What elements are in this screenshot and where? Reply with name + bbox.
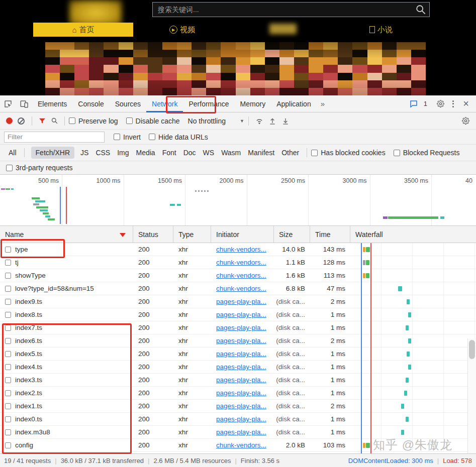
filter-type-media[interactable]: Media: [136, 149, 155, 157]
initiator-link[interactable]: chunk-vendors...: [216, 285, 266, 292]
console-drawer-icon[interactable]: [406, 95, 422, 112]
filter-type-manifest[interactable]: Manifest: [248, 149, 274, 157]
column-header-size[interactable]: Size: [274, 226, 310, 243]
clear-icon[interactable]: [18, 118, 25, 125]
row-checkbox[interactable]: [5, 325, 11, 331]
tab-application[interactable]: Application: [271, 95, 317, 112]
tab-network[interactable]: Network: [146, 95, 183, 112]
initiator-link[interactable]: pages-play-pla...: [216, 389, 266, 397]
filter-type-all[interactable]: All: [9, 149, 17, 157]
checkbox[interactable]: [149, 134, 155, 140]
column-header-status[interactable]: Status: [133, 226, 173, 243]
column-header-type[interactable]: Type: [173, 226, 211, 243]
row-checkbox[interactable]: [5, 390, 11, 396]
row-checkbox[interactable]: [5, 351, 11, 357]
network-settings-gear-icon[interactable]: [460, 112, 476, 130]
column-header-initiator[interactable]: Initiator: [211, 226, 274, 243]
initiator-link[interactable]: pages-play-pla...: [216, 428, 266, 436]
filter-type-img[interactable]: Img: [117, 149, 129, 157]
checkbox[interactable]: [311, 150, 318, 156]
tab-sources[interactable]: Sources: [110, 95, 146, 112]
close-devtools-icon[interactable]: ×: [458, 95, 474, 112]
table-row[interactable]: index4.ts 200 xhr pages-play-pla... (dis…: [0, 361, 476, 374]
checkbox[interactable]: [69, 118, 75, 124]
row-checkbox[interactable]: [5, 377, 11, 383]
nav-video-link[interactable]: ▶ 视频: [169, 23, 195, 37]
initiator-link[interactable]: pages-play-pla...: [216, 376, 266, 384]
record-button[interactable]: [6, 118, 13, 124]
tab-console[interactable]: Console: [72, 95, 109, 112]
inspect-element-icon[interactable]: [0, 95, 16, 112]
row-checkbox[interactable]: [5, 273, 11, 279]
table-row[interactable]: love?type_id=58&num=15 200 xhr chunk-ven…: [0, 282, 476, 295]
throttling-select[interactable]: No throttling ▼: [188, 117, 244, 125]
hide-data-urls-checkbox[interactable]: Hide data URLs: [149, 133, 208, 141]
filter-type-font[interactable]: Font: [162, 149, 176, 157]
initiator-link[interactable]: pages-play-pla...: [216, 363, 266, 371]
export-har-icon[interactable]: [279, 112, 292, 130]
initiator-link[interactable]: pages-play-pla...: [216, 298, 266, 305]
initiator-link[interactable]: pages-play-pla...: [216, 402, 266, 410]
network-conditions-icon[interactable]: [253, 112, 266, 130]
network-search-icon[interactable]: [48, 112, 60, 130]
column-header-waterfall[interactable]: Waterfall: [350, 226, 476, 243]
initiator-link[interactable]: pages-play-pla...: [216, 415, 266, 423]
tab-performance[interactable]: Performance: [183, 95, 234, 112]
initiator-link[interactable]: chunk-vendors...: [216, 246, 266, 253]
settings-gear-icon[interactable]: [432, 95, 448, 112]
filter-funnel-icon[interactable]: [36, 112, 48, 130]
blocked-requests-checkbox[interactable]: Blocked Requests: [394, 149, 460, 157]
filter-type-doc[interactable]: Doc: [183, 149, 196, 157]
checkbox[interactable]: [114, 134, 120, 140]
initiator-link[interactable]: chunk-vendors...: [216, 441, 266, 449]
table-row[interactable]: index3.ts 200 xhr pages-play-pla... (dis…: [0, 374, 476, 387]
nav-home-button[interactable]: ⌂ 首页: [33, 23, 133, 37]
disable-cache-checkbox[interactable]: Disable cache: [126, 117, 180, 125]
initiator-link[interactable]: chunk-vendors...: [216, 272, 266, 279]
initiator-link[interactable]: pages-play-pla...: [216, 350, 266, 358]
checkbox[interactable]: [126, 118, 133, 124]
issues-count-badge[interactable]: 1: [424, 100, 427, 107]
row-checkbox[interactable]: [5, 429, 11, 435]
row-checkbox[interactable]: [5, 247, 11, 253]
initiator-link[interactable]: pages-play-pla...: [216, 337, 266, 344]
column-header-name[interactable]: Name: [0, 226, 133, 243]
filter-input[interactable]: [4, 132, 105, 143]
scrollbar[interactable]: [467, 338, 476, 453]
table-row[interactable]: index1.ts 200 xhr pages-play-pla... (dis…: [0, 400, 476, 413]
initiator-link[interactable]: pages-play-pla...: [216, 324, 266, 331]
table-row[interactable]: showType 200 xhr chunk-vendors... 1.6 kB…: [0, 269, 476, 282]
row-checkbox[interactable]: [5, 416, 11, 422]
filter-type-fetch-xhr[interactable]: Fetch/XHR: [31, 147, 74, 159]
search-icon[interactable]: [412, 4, 429, 15]
table-row[interactable]: index7.ts 200 xhr pages-play-pla... (dis…: [0, 321, 476, 334]
tab-memory[interactable]: Memory: [235, 95, 271, 112]
table-row[interactable]: type 200 xhr chunk-vendors... 14.0 kB 14…: [0, 243, 476, 256]
filter-type-other[interactable]: Other: [281, 149, 299, 157]
initiator-link[interactable]: pages-play-pla...: [216, 311, 266, 318]
more-tabs-icon[interactable]: »: [317, 99, 329, 108]
table-row[interactable]: index2.ts 200 xhr pages-play-pla... (dis…: [0, 387, 476, 400]
row-checkbox[interactable]: [5, 364, 11, 370]
filter-type-js[interactable]: JS: [80, 149, 88, 157]
row-checkbox[interactable]: [5, 260, 11, 266]
has-blocked-cookies-checkbox[interactable]: Has blocked cookies: [311, 149, 385, 157]
row-checkbox[interactable]: [5, 286, 11, 292]
scrollbar-thumb[interactable]: [469, 340, 475, 359]
initiator-link[interactable]: chunk-vendors...: [216, 259, 266, 266]
table-row[interactable]: index9.ts 200 xhr pages-play-pla... (dis…: [0, 295, 476, 308]
invert-checkbox[interactable]: Invert: [114, 133, 141, 141]
nav-novel-link[interactable]: 小说: [369, 23, 393, 37]
row-checkbox[interactable]: [5, 442, 11, 448]
third-party-checkbox[interactable]: 3rd-party requests: [6, 164, 73, 172]
table-row[interactable]: index0.ts 200 xhr pages-play-pla... (dis…: [0, 413, 476, 426]
overview[interactable]: 500 ms1000 ms1500 ms2000 ms2500 ms3000 m…: [0, 175, 476, 226]
table-row[interactable]: index6.ts 200 xhr pages-play-pla... (dis…: [0, 334, 476, 347]
row-checkbox[interactable]: [5, 403, 11, 409]
filter-type-css[interactable]: CSS: [96, 149, 110, 157]
table-row[interactable]: index8.ts 200 xhr pages-play-pla... (dis…: [0, 308, 476, 321]
table-row[interactable]: tj 200 xhr chunk-vendors... 1.1 kB 128 m…: [0, 256, 476, 269]
row-checkbox[interactable]: [5, 338, 11, 344]
checkbox[interactable]: [6, 165, 13, 171]
filter-type-ws[interactable]: WS: [203, 149, 215, 157]
